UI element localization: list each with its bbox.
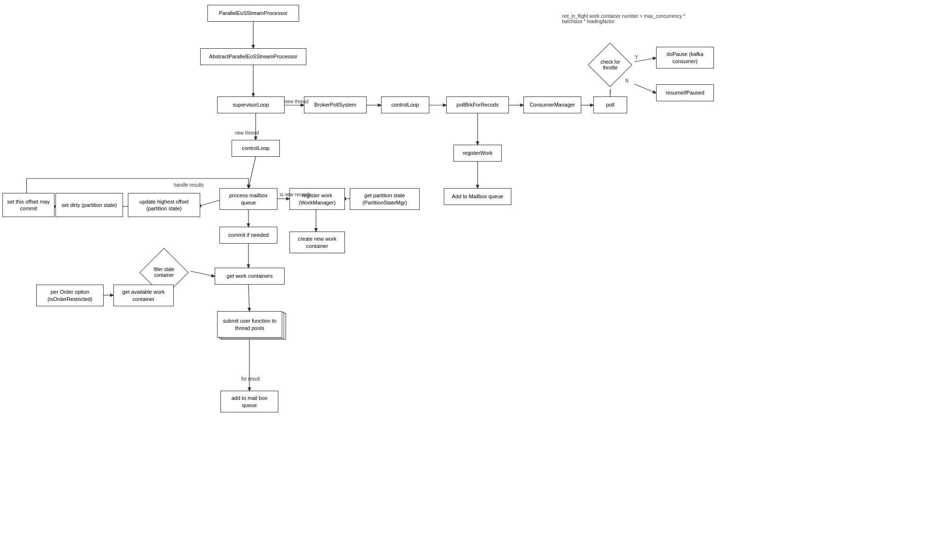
update-highest-offset-box: update highest offset (partition state) bbox=[128, 193, 200, 217]
n-label: N bbox=[625, 78, 629, 83]
diagram: ParallelEoSStreamProcessor AbstractParal… bbox=[0, 0, 946, 560]
is-new-records-label: is new records bbox=[280, 192, 311, 197]
consumer-manager-box: ConsumerManager bbox=[523, 96, 581, 113]
register-work-box: registerWork bbox=[453, 145, 502, 162]
add-to-mailbox-box: Add to Mailbox queue bbox=[444, 188, 511, 205]
handle-results-label: handle results bbox=[174, 182, 204, 188]
register-work-wm-box: register work (WorkManager) bbox=[289, 188, 345, 210]
svg-line-10 bbox=[248, 157, 256, 188]
per-order-option-box: per Order option (isOrderRestricted) bbox=[36, 285, 104, 306]
resume-if-paused-box: resumeIfPaused bbox=[656, 84, 714, 101]
poll-box: poll bbox=[593, 96, 627, 113]
submit-user-function-box: submit user function to thread pools bbox=[217, 311, 282, 338]
create-new-work-container-box: create new work container bbox=[289, 232, 345, 253]
supervisor-loop-box: supervisorLoop bbox=[217, 96, 285, 113]
set-this-offset-may-commit-box: set this offset may commit bbox=[2, 193, 55, 217]
get-work-containers-box: get work containers bbox=[215, 268, 285, 285]
throttle-note: not_in_flight work container number > ma… bbox=[562, 14, 707, 24]
abstract-parallel-eos-box: AbstractParallelEoSStreamProcessor bbox=[200, 48, 306, 65]
broker-poll-system-box: BrokerPollSystem bbox=[304, 96, 367, 113]
add-to-mailbox-queue-box: add to mail box queue bbox=[220, 391, 278, 412]
svg-line-25 bbox=[248, 285, 249, 311]
poll-brk-for-recods-box: pollBrkForRecods bbox=[446, 96, 509, 113]
commit-if-needed-box: commit if needed bbox=[219, 227, 277, 244]
control-loop-2-box: controlLoop bbox=[232, 140, 280, 157]
set-dirty-box: set dirty (partition state) bbox=[55, 193, 123, 217]
do-pause-box: doPause (kafka consumer) bbox=[656, 47, 714, 68]
control-loop-1-box: controlLoop bbox=[381, 96, 429, 113]
parallel-eos-box: ParallelEoSStreamProcessor bbox=[207, 5, 299, 22]
get-available-work-container-box: get available work container bbox=[113, 285, 174, 306]
svg-line-14 bbox=[198, 200, 219, 206]
for-result-label: for result bbox=[241, 376, 260, 382]
y-label: Y bbox=[635, 55, 638, 60]
new-thread-label-2: new thread bbox=[235, 130, 259, 136]
submit-user-function-container: submit user function to thread pools bbox=[217, 311, 282, 338]
new-thread-label-1: new thread bbox=[285, 99, 308, 104]
get-partition-state-box: get partition state (PartitionStateMgr) bbox=[350, 188, 420, 210]
process-mailbox-box: process mailbox queue bbox=[219, 188, 277, 210]
